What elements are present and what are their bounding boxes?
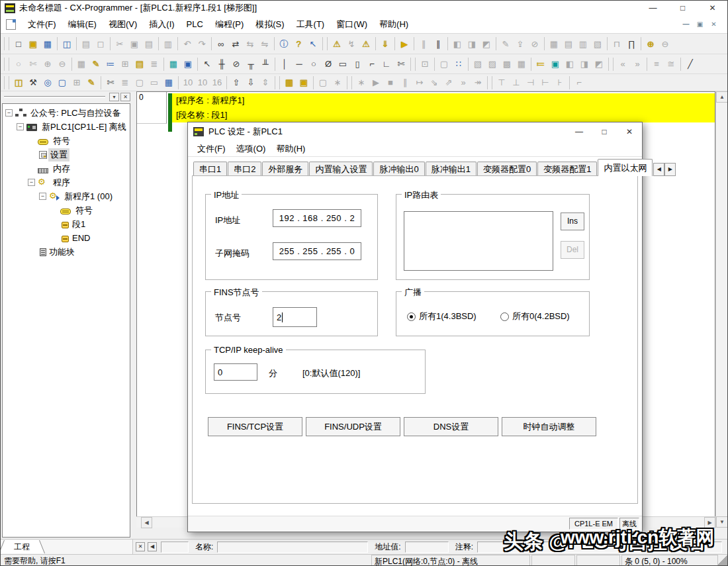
toolbar-grip[interactable] (4, 37, 9, 50)
paste-rung-button[interactable]: ⊡ (418, 56, 432, 71)
stop-simulation-button[interactable]: ■ (383, 75, 398, 90)
tile-windows-button[interactable]: ▢ (316, 75, 330, 90)
comment-field[interactable] (477, 542, 722, 553)
clear-all-breakpoints-button[interactable]: ⊣ (523, 75, 538, 90)
zoom-in-button[interactable]: ⊕ (40, 56, 55, 71)
panel-drag-handle[interactable] (4, 96, 105, 98)
work-online-simulator-button[interactable]: ▶ (397, 36, 412, 52)
show-rung-list-button[interactable]: ≔ (103, 56, 118, 71)
toggle-project-workspace-button[interactable]: ◫ (11, 75, 26, 90)
mdi-minimize-button[interactable]: — (679, 19, 693, 30)
dialog-tab[interactable]: 内置以太网 (598, 159, 653, 176)
pause-button[interactable]: ∥ (431, 36, 445, 52)
keepalive-field[interactable]: 0 (214, 363, 257, 381)
pan-mode-button[interactable]: ∗ (330, 75, 345, 90)
dialog-tab[interactable]: 变频器配置0 (477, 162, 537, 176)
send-online-edit-button[interactable]: ⇪ (513, 36, 527, 52)
program-name-row[interactable]: [程序名 : 新程序1] (172, 93, 715, 108)
cancel-online-edit-button[interactable]: ⊘ (527, 36, 542, 52)
draw-line-button[interactable]: ╱ (683, 56, 698, 71)
mdi-close-button[interactable]: ✕ (707, 19, 721, 30)
change-all-button[interactable]: ⇆ (243, 36, 257, 52)
tree-expander-icon[interactable] (28, 165, 35, 172)
node-number-field[interactable]: 2 (273, 307, 317, 327)
force-on-bit-button[interactable]: ⇧ (229, 75, 244, 90)
dialog-menu-item[interactable]: 帮助(H) (271, 143, 310, 155)
toolbar-grip[interactable] (4, 76, 9, 89)
force-release-button[interactable]: ⊖ (658, 36, 672, 52)
settings-button[interactable]: DNS设置 (404, 417, 498, 436)
tree-expander-icon[interactable]: − (28, 179, 35, 186)
online-edit-button[interactable]: ✎ (498, 36, 513, 52)
save-button[interactable]: ▦ (40, 36, 55, 52)
wrap-rung-button[interactable]: ≅ (664, 56, 678, 71)
maximize-button[interactable]: □ (668, 1, 698, 15)
build-button[interactable]: ⚒ (26, 75, 40, 90)
tab-scroll-right-button[interactable]: ▶ (664, 163, 676, 176)
menu-item[interactable]: 窗口(W) (330, 19, 373, 29)
dialog-tab[interactable]: 变频器配置1 (537, 162, 597, 176)
protect-memory-button[interactable]: ▦ (282, 75, 296, 90)
tree-expander-icon[interactable] (28, 151, 35, 158)
view-watch-button[interactable]: ◎ (40, 75, 55, 90)
show-symbol-names-button[interactable]: ▨ (485, 56, 500, 71)
about-button[interactable]: ⓘ (277, 36, 291, 52)
continuous-step-run-button[interactable]: » (456, 75, 471, 90)
clear-breakpoint-button[interactable]: ⊥ (509, 75, 523, 90)
new-closed-coil-button[interactable]: Ø (321, 56, 336, 71)
retrace-button[interactable]: ⇋ (257, 36, 272, 52)
step-in-button[interactable]: ⇘ (427, 75, 441, 90)
tree-expander-icon[interactable]: − (5, 109, 13, 117)
address-field[interactable] (405, 542, 449, 553)
show-grid-button[interactable]: ▦ (74, 56, 89, 71)
redo-button[interactable]: ↷ (195, 36, 209, 52)
tree-expander-icon[interactable] (28, 248, 35, 256)
new-file-button[interactable]: □ (11, 36, 26, 52)
set-breakpoint-button[interactable]: ⊤ (494, 75, 509, 90)
resize-grip[interactable] (718, 555, 727, 565)
tab-scroll-left-button[interactable]: ◀ (653, 163, 664, 176)
new-horizontal-line-button[interactable]: ─ (292, 56, 306, 71)
force-set-button[interactable]: ⊕ (643, 36, 658, 52)
tree-item[interactable]: 内存 (3, 162, 130, 175)
show-symbols-table-button[interactable]: ▤ (132, 56, 147, 71)
panel-dropdown-button[interactable]: ▾ (109, 93, 119, 101)
dialog-tab[interactable]: 外部服务 (262, 162, 308, 176)
zoom-region-button[interactable]: ✄ (26, 56, 40, 71)
ip-address-field[interactable]: 192 . 168 . 250 . 2 (273, 209, 361, 227)
print-preview-button[interactable]: ◻ (93, 36, 108, 52)
print-button[interactable]: ▤ (79, 36, 93, 52)
dialog-tab[interactable]: 串口1 (193, 162, 227, 176)
menu-item[interactable]: 工具(T) (291, 19, 331, 29)
tree-item[interactable]: 设置 (3, 148, 130, 162)
tree-expander-icon[interactable] (50, 207, 58, 214)
radix-decimal-button[interactable]: 10 (181, 75, 195, 90)
align-rungs-button[interactable]: ≡ (649, 56, 664, 71)
tree-item[interactable]: − 公众号: PLC与自控设备 (3, 106, 130, 120)
dialog-maximize-button[interactable]: □ (592, 122, 617, 141)
selection-mode-button[interactable]: ↖ (200, 56, 214, 71)
mdi-restore-button[interactable]: ▣ (693, 19, 707, 30)
force-cancel-all-button[interactable]: ⇕ (258, 75, 273, 90)
scroll-left-icon[interactable]: ◀ (141, 517, 152, 528)
step-run-button[interactable]: ↦ (412, 75, 427, 90)
settings-button[interactable]: FINS/TCP设置 (208, 417, 302, 436)
menu-item[interactable]: 视图(V) (103, 19, 143, 29)
view-cross-reference-button[interactable]: ▣ (181, 56, 195, 71)
pause-simulation-button[interactable]: ∥ (398, 75, 412, 90)
clear-task-breakpoint-button[interactable]: ⊦ (553, 75, 567, 90)
new-inverted-instruction-button[interactable]: ▯ (350, 56, 365, 71)
new-or-closed-contact-button[interactable]: ╨ (258, 56, 273, 71)
radix-hex-button[interactable]: 16 (210, 75, 224, 90)
plc-clock-window-button[interactable]: ▥ (576, 36, 590, 52)
show-hierarchy-button[interactable]: ≣ (147, 56, 161, 71)
tree-item[interactable]: 符号 (3, 203, 130, 217)
tree-expander-icon[interactable]: − (39, 193, 46, 200)
ladder-parameters-button[interactable]: ∷ (451, 56, 466, 71)
dialog-tab[interactable]: 内置输入设置 (309, 162, 373, 176)
dialog-tab[interactable]: 脉冲输出1 (426, 162, 477, 176)
tree-item[interactable]: 符号 (3, 134, 130, 148)
view-mnemonics-button[interactable]: ▦ (166, 56, 181, 71)
plc-memory-window-button[interactable]: ▤ (561, 36, 576, 52)
compile-all-button[interactable]: ↯ (344, 36, 359, 52)
